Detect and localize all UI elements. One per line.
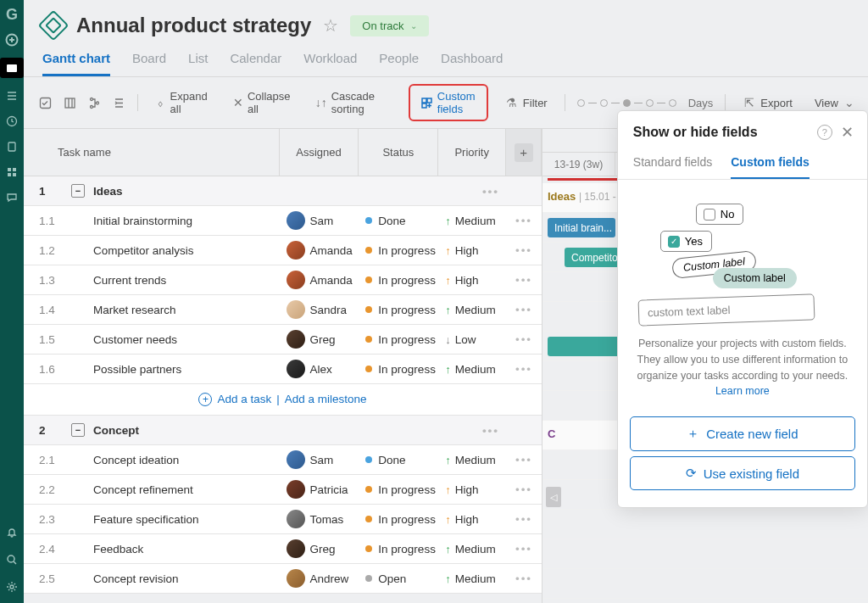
use-existing-field-button[interactable]: ⟳ Use existing field <box>630 456 855 490</box>
assigned-cell[interactable]: Alex <box>280 360 359 378</box>
assigned-cell[interactable]: Amanda <box>280 271 359 289</box>
tab-board[interactable]: Board <box>132 46 166 76</box>
rail-list-icon[interactable] <box>4 88 19 103</box>
priority-cell[interactable]: ↑Medium <box>438 572 506 585</box>
scroll-left-icon[interactable]: ◁ <box>546 487 561 507</box>
add-column-button[interactable]: + <box>506 129 542 176</box>
assigned-cell[interactable]: Sam <box>280 450 359 469</box>
rail-doc-icon[interactable] <box>4 139 19 154</box>
assigned-cell[interactable]: Greg <box>280 539 359 558</box>
task-row[interactable]: 1.5Customer needs Greg In progress ↓Low … <box>24 325 542 355</box>
row-menu-icon[interactable]: ••• <box>280 185 512 198</box>
row-menu-icon[interactable]: ••• <box>506 244 542 257</box>
priority-cell[interactable]: ↑Medium <box>438 304 506 316</box>
task-row[interactable]: 2.4Feedback Greg In progress ↑Medium ••• <box>24 534 542 564</box>
task-row[interactable]: 1.1Initial brainstorming Sam Done ↑Mediu… <box>24 206 542 236</box>
assigned-cell[interactable]: Tomas <box>280 510 359 528</box>
custom-fields-button[interactable]: Custom fields <box>409 84 488 121</box>
collapse-icon[interactable]: − <box>71 423 85 437</box>
help-icon[interactable]: ? <box>817 125 832 140</box>
tab-list[interactable]: List <box>188 46 208 76</box>
tab-people[interactable]: People <box>379 46 419 76</box>
task-bar[interactable]: Initial brain... <box>548 218 615 237</box>
summary-bar[interactable] <box>548 178 624 181</box>
group-row[interactable]: 1−Ideas••• <box>24 176 542 206</box>
checkbox-icon[interactable] <box>39 96 52 109</box>
zoom-slider[interactable] <box>577 99 676 107</box>
rail-projects-icon[interactable] <box>0 58 24 78</box>
rail-clock-icon[interactable] <box>4 114 19 129</box>
col-header-task[interactable]: Task name <box>24 129 280 176</box>
tab-custom-fields[interactable]: Custom fields <box>731 150 810 179</box>
status-cell[interactable]: Done <box>359 454 438 466</box>
col-header-assigned[interactable]: Assigned <box>280 129 359 176</box>
tab-calendar[interactable]: Calendar <box>230 46 281 76</box>
row-menu-icon[interactable]: ••• <box>506 572 542 585</box>
add-task-link[interactable]: Add a task <box>217 393 271 406</box>
task-row[interactable]: 2.1Concept ideation Sam Done ↑Medium ••• <box>24 445 542 475</box>
rail-search-icon[interactable] <box>4 552 19 567</box>
status-cell[interactable]: In progress <box>359 363 438 376</box>
tab-dashboard[interactable]: Dashboard <box>441 46 503 76</box>
row-menu-icon[interactable]: ••• <box>506 304 542 316</box>
project-status-pill[interactable]: On track ⌄ <box>350 15 429 36</box>
collapse-all-button[interactable]: ✕Collapse all <box>227 87 298 119</box>
rail-grid-icon[interactable] <box>4 165 19 180</box>
rail-chat-icon[interactable] <box>4 190 19 205</box>
row-menu-icon[interactable]: ••• <box>506 274 542 287</box>
status-cell[interactable]: In progress <box>359 244 438 257</box>
col-header-priority[interactable]: Priority <box>438 129 506 176</box>
priority-cell[interactable]: ↑High <box>438 244 506 257</box>
priority-cell[interactable]: ↑Medium <box>438 454 506 466</box>
assigned-cell[interactable]: Andrew <box>280 569 359 588</box>
columns-icon[interactable] <box>64 96 76 109</box>
hierarchy-icon[interactable] <box>88 96 101 109</box>
rail-settings-icon[interactable] <box>4 579 19 595</box>
row-menu-icon[interactable]: ••• <box>506 363 542 376</box>
tab-standard-fields[interactable]: Standard fields <box>633 150 712 179</box>
assigned-cell[interactable]: Patricia <box>280 480 359 499</box>
task-row[interactable]: 1.6Possible partners Alex In progress ↑M… <box>24 355 542 384</box>
status-cell[interactable]: In progress <box>359 333 438 346</box>
priority-cell[interactable]: ↑High <box>438 513 506 526</box>
row-menu-icon[interactable]: ••• <box>506 543 542 556</box>
task-row[interactable]: 2.3Feature specification Tomas In progre… <box>24 505 542 534</box>
col-header-status[interactable]: Status <box>359 129 438 176</box>
status-cell[interactable]: In progress <box>359 543 438 556</box>
priority-cell[interactable]: ↑High <box>438 483 506 496</box>
status-cell[interactable]: In progress <box>359 513 438 526</box>
rail-bell-icon[interactable] <box>4 525 19 540</box>
row-menu-icon[interactable]: ••• <box>506 454 542 466</box>
add-milestone-link[interactable]: Add a milestone <box>285 393 367 406</box>
task-row[interactable]: 1.3Current trends Amanda In progress ↑Hi… <box>24 265 542 295</box>
status-cell[interactable]: Done <box>359 215 438 227</box>
status-cell[interactable]: Open <box>359 572 438 585</box>
row-menu-icon[interactable]: ••• <box>506 215 542 227</box>
task-row[interactable]: 2.5Concept revision Andrew Open ↑Medium … <box>24 564 542 594</box>
assigned-cell[interactable]: Sandra <box>280 300 359 319</box>
cascade-sorting-button[interactable]: ↓↑Cascade sorting <box>310 87 385 119</box>
row-menu-icon[interactable]: ••• <box>506 483 542 496</box>
app-logo-icon[interactable]: G <box>4 7 19 22</box>
learn-more-link[interactable]: Learn more <box>715 385 770 397</box>
star-icon[interactable]: ☆ <box>323 15 338 36</box>
create-new-field-button[interactable]: ＋ Create new field <box>630 416 855 451</box>
row-menu-icon[interactable]: ••• <box>280 424 512 437</box>
priority-cell[interactable]: ↑Medium <box>438 215 506 227</box>
priority-cell[interactable]: ↓Low <box>438 333 506 346</box>
assigned-cell[interactable]: Amanda <box>280 241 359 260</box>
task-row[interactable]: 2.2Concept refinement Patricia In progre… <box>24 475 542 505</box>
row-menu-icon[interactable]: ••• <box>506 513 542 526</box>
indent-icon[interactable] <box>113 96 125 109</box>
task-row[interactable]: 1.4Market research Sandra In progress ↑M… <box>24 295 542 325</box>
rail-add-icon[interactable] <box>4 32 19 47</box>
close-icon[interactable]: ✕ <box>841 123 854 142</box>
row-menu-icon[interactable]: ••• <box>506 333 542 346</box>
priority-cell[interactable]: ↑High <box>438 274 506 287</box>
status-cell[interactable]: In progress <box>359 483 438 496</box>
task-row[interactable]: 1.2Competitor analysis Amanda In progres… <box>24 236 542 265</box>
priority-cell[interactable]: ↑Medium <box>438 363 506 376</box>
expand-all-button[interactable]: ⬨Expand all <box>150 87 215 119</box>
group-row[interactable]: 2−Concept••• <box>24 416 542 445</box>
assigned-cell[interactable]: Sam <box>280 211 359 230</box>
